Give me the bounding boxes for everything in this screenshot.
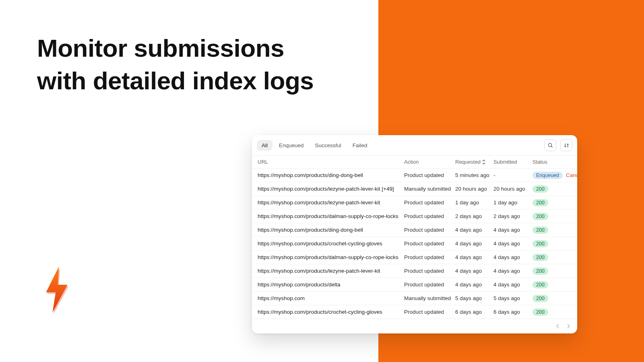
tab-all[interactable]: All: [257, 140, 272, 151]
svg-point-0: [548, 143, 551, 146]
status-badge-200: 200: [533, 309, 548, 316]
table-row: https://myshop.com/products/ding-dong-be…: [252, 169, 577, 182]
row-submitted: 20 hours ago: [493, 186, 533, 192]
row-status: 200: [533, 295, 558, 302]
row-url[interactable]: https://myshop.com/products/crochet-cycl…: [258, 241, 404, 247]
row-submitted: 2 days ago: [493, 213, 533, 219]
next-page-button[interactable]: [565, 323, 572, 329]
row-action: Manually submitted: [404, 295, 455, 301]
headline-line-2: with detailed index logs: [37, 67, 314, 95]
row-url[interactable]: https://myshop.com: [258, 295, 404, 301]
row-submitted: 4 days ago: [493, 268, 533, 274]
col-header-status[interactable]: Status: [533, 159, 558, 165]
row-status: 200: [533, 309, 558, 316]
status-badge-200: 200: [533, 267, 548, 275]
table-row: https://myshop.com/products/dalman-suppl…: [252, 210, 577, 223]
row-requested: 4 days ago: [455, 254, 493, 260]
row-url[interactable]: https://myshop.com/products/lezyne-patch…: [258, 268, 404, 274]
row-action: Product updated: [404, 241, 455, 247]
row-url[interactable]: https://myshop.com/products/ding-dong-be…: [258, 227, 404, 233]
row-url[interactable]: https://myshop.com/products/crochet-cycl…: [258, 309, 404, 315]
headline-line-1: Monitor submissions: [37, 34, 284, 62]
row-requested: 5 days ago: [455, 295, 493, 301]
status-badge-200: 200: [533, 281, 548, 288]
sort-indicator-icon: [482, 160, 486, 165]
row-requested: 1 day ago: [455, 200, 493, 206]
row-submitted: 4 days ago: [493, 241, 533, 247]
row-status: Enqueued: [533, 172, 563, 179]
row-status: 200: [533, 254, 558, 261]
row-submitted: 4 days ago: [493, 254, 533, 260]
row-action: Manually submitted: [404, 186, 455, 192]
col-header-requested[interactable]: Requested: [455, 159, 493, 165]
search-icon: [547, 142, 553, 148]
row-url[interactable]: https://myshop.com/products/dalman-suppl…: [258, 213, 404, 219]
sort-button[interactable]: [560, 139, 572, 151]
table-row: https://myshop.com/products/lezyne-patch…: [252, 196, 577, 210]
sort-icon: [564, 142, 570, 148]
row-url[interactable]: https://myshop.com/products/delta: [258, 282, 404, 288]
col-header-submitted[interactable]: Submitted: [493, 159, 533, 165]
row-requested: 4 days ago: [455, 268, 493, 274]
tab-failed[interactable]: Failed: [348, 140, 372, 151]
row-action: Product updated: [404, 254, 455, 260]
row-requested: 4 days ago: [455, 241, 493, 247]
tab-enqueued[interactable]: Enqueued: [274, 140, 309, 151]
table-row: https://myshop.com/products/crochet-cycl…: [252, 305, 577, 319]
cancel-link[interactable]: Cancel: [566, 172, 577, 178]
status-badge-200: 200: [533, 213, 548, 220]
row-requested: 20 hours ago: [455, 186, 493, 192]
row-action: Product updated: [404, 268, 455, 274]
row-submitted: -: [493, 172, 533, 178]
col-header-action[interactable]: Action: [404, 159, 455, 165]
search-button[interactable]: [544, 139, 556, 151]
row-action: Product updated: [404, 172, 455, 178]
row-submitted: 1 day ago: [493, 200, 533, 206]
row-action: Product updated: [404, 227, 455, 233]
row-requested: 6 days ago: [455, 309, 493, 315]
table-row: https://myshop.comManually submitted5 da…: [252, 292, 577, 305]
row-requested: 4 days ago: [455, 282, 493, 288]
chevron-left-icon: [556, 324, 560, 329]
table-row: https://myshop.com/products/lezyne-patch…: [252, 182, 577, 196]
row-submitted: 5 days ago: [493, 295, 533, 301]
row-url[interactable]: https://myshop.com/products/lezyne-patch…: [258, 200, 404, 206]
status-badge-200: 200: [533, 199, 548, 206]
status-badge-200: 200: [533, 295, 548, 302]
table-row: https://myshop.com/products/lezyne-patch…: [252, 264, 577, 278]
prev-page-button[interactable]: [555, 323, 561, 329]
row-status: 200: [533, 213, 558, 220]
chevron-right-icon: [566, 324, 570, 329]
status-badge-200: 200: [533, 254, 548, 261]
row-url[interactable]: https://myshop.com/products/lezyne-patch…: [258, 186, 404, 192]
table-row: https://myshop.com/products/dalman-suppl…: [252, 251, 577, 264]
row-status: 200: [533, 199, 558, 206]
status-badge-200: 200: [533, 226, 548, 234]
row-submitted: 4 days ago: [493, 227, 533, 233]
tab-successful[interactable]: Successful: [310, 140, 346, 151]
table-row: https://myshop.com/products/ding-dong-be…: [252, 223, 577, 237]
row-url[interactable]: https://myshop.com/products/dalman-suppl…: [258, 254, 404, 260]
row-submitted: 4 days ago: [493, 282, 533, 288]
status-badge-200: 200: [533, 240, 548, 247]
row-status: 200: [533, 240, 558, 247]
row-url[interactable]: https://myshop.com/products/ding-dong-be…: [258, 172, 404, 178]
table-row: https://myshop.com/products/deltaProduct…: [252, 278, 577, 292]
row-action: Product updated: [404, 309, 455, 315]
row-action: Product updated: [404, 282, 455, 288]
bolt-icon: [40, 265, 73, 314]
row-status: 200: [533, 226, 558, 234]
index-logs-card: AllEnqueuedSuccessfulFailed URL Action R…: [252, 135, 577, 333]
row-status: 200: [533, 185, 558, 193]
status-badge-enqueued: Enqueued: [533, 172, 563, 179]
row-action: Product updated: [404, 213, 455, 219]
row-requested: 5 minutes ago: [455, 172, 493, 178]
table-row: https://myshop.com/products/crochet-cycl…: [252, 237, 577, 251]
pagination-footer: [252, 319, 577, 333]
row-action: Product updated: [404, 200, 455, 206]
col-header-requested-label: Requested: [455, 159, 481, 165]
row-status: 200: [533, 267, 558, 275]
row-requested: 2 days ago: [455, 213, 493, 219]
status-badge-200: 200: [533, 185, 548, 193]
col-header-url[interactable]: URL: [258, 159, 404, 165]
